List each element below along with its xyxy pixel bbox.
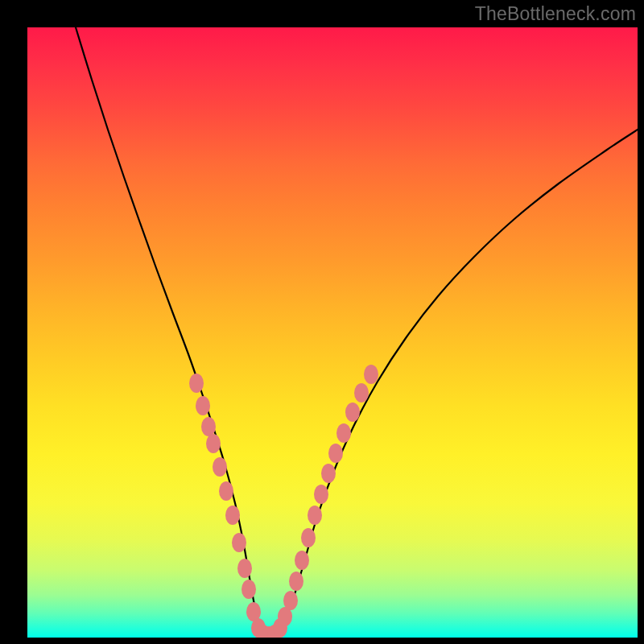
marker-dot [321,464,336,483]
highlight-markers [189,365,378,638]
marker-dot [225,506,240,525]
watermark-text: TheBottleneck.com [475,3,636,25]
chart-frame: TheBottleneck.com [0,0,644,644]
marker-dot [232,533,246,552]
chart-svg [27,27,638,638]
marker-dot [336,423,351,443]
marker-dot [237,559,252,578]
plot-area [27,27,638,638]
marker-dot [328,444,343,463]
marker-dot [196,396,210,415]
marker-dot [189,374,204,393]
marker-dot [213,457,227,477]
marker-dot [354,383,369,402]
marker-dot [301,528,316,547]
marker-dot [206,434,221,453]
marker-dot [242,580,256,599]
marker-dot [364,365,378,384]
marker-dot [219,481,233,501]
curve-layer [76,27,638,636]
marker-dot [345,402,360,422]
marker-dot [308,506,322,525]
marker-dot [289,572,303,591]
bottleneck-curve [76,27,638,636]
marker-dot [201,417,216,436]
marker-dot [314,485,328,504]
marker-dot [295,551,309,570]
marker-dot [283,591,298,610]
